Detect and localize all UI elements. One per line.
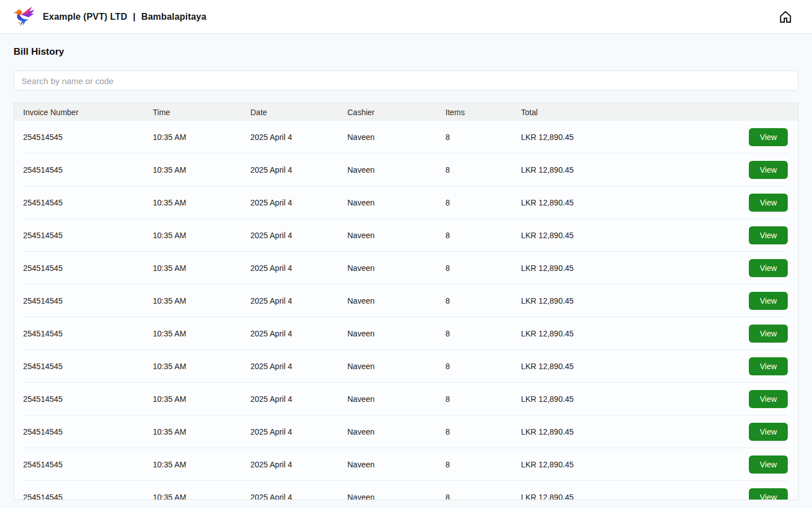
table-header-row: Invoice Number Time Date Cashier Items T… <box>14 103 798 121</box>
time-cell: 10:35 AM <box>153 493 250 500</box>
actions-cell: View <box>740 259 788 277</box>
table-row: 254514545 10:35 AM 2025 April 4 Naveen 8… <box>14 154 798 186</box>
actions-cell: View <box>740 357 788 375</box>
cashier-cell: Naveen <box>347 296 445 305</box>
phoenix-bird-logo-icon <box>14 5 35 29</box>
actions-cell: View <box>740 423 788 441</box>
cashier-cell: Naveen <box>347 231 445 240</box>
time-cell: 10:35 AM <box>153 362 250 371</box>
invoice-number-cell: 254514545 <box>23 362 153 371</box>
items-cell: 8 <box>445 296 521 305</box>
cashier-cell: Naveen <box>347 362 445 371</box>
cashier-cell: Naveen <box>347 329 445 338</box>
bill-history-table: Invoice Number Time Date Cashier Items T… <box>14 103 798 500</box>
cashier-cell: Naveen <box>347 133 445 142</box>
total-cell: LKR 12,890.45 <box>521 133 740 142</box>
table-row: 254514545 10:35 AM 2025 April 4 Naveen 8… <box>14 317 798 350</box>
view-button[interactable]: View <box>749 226 788 244</box>
time-cell: 10:35 AM <box>153 395 250 404</box>
view-button[interactable]: View <box>749 259 788 277</box>
items-cell: 8 <box>445 460 521 469</box>
column-header-total: Total <box>521 108 740 117</box>
invoice-number-cell: 254514545 <box>23 133 153 142</box>
table-row: 254514545 10:35 AM 2025 April 4 Naveen 8… <box>14 186 798 219</box>
actions-cell: View <box>740 456 788 474</box>
actions-cell: View <box>740 194 788 212</box>
date-cell: 2025 April 4 <box>250 198 347 207</box>
column-header-cashier: Cashier <box>347 108 445 117</box>
view-button[interactable]: View <box>749 423 788 441</box>
total-cell: LKR 12,890.45 <box>521 362 740 371</box>
items-cell: 8 <box>445 264 521 273</box>
total-cell: LKR 12,890.45 <box>521 165 740 174</box>
items-cell: 8 <box>445 133 521 142</box>
time-cell: 10:35 AM <box>153 198 250 207</box>
brand: Example (PVT) LTD | Bambalapitaya <box>14 5 206 29</box>
items-cell: 8 <box>445 329 521 338</box>
total-cell: LKR 12,890.45 <box>521 231 740 240</box>
invoice-number-cell: 254514545 <box>23 460 153 469</box>
table-row: 254514545 10:35 AM 2025 April 4 Naveen 8… <box>14 121 798 154</box>
date-cell: 2025 April 4 <box>250 362 347 371</box>
total-cell: LKR 12,890.45 <box>521 460 740 469</box>
time-cell: 10:35 AM <box>153 427 250 436</box>
actions-cell: View <box>740 292 788 310</box>
total-cell: LKR 12,890.45 <box>521 493 740 500</box>
cashier-cell: Naveen <box>347 395 445 404</box>
view-button[interactable]: View <box>749 194 788 212</box>
search-input[interactable] <box>14 71 798 91</box>
time-cell: 10:35 AM <box>153 264 250 273</box>
home-button[interactable] <box>777 8 794 25</box>
actions-cell: View <box>740 161 788 179</box>
invoice-number-cell: 254514545 <box>23 427 153 436</box>
total-cell: LKR 12,890.45 <box>521 329 740 338</box>
actions-cell: View <box>740 390 788 408</box>
items-cell: 8 <box>445 395 521 404</box>
date-cell: 2025 April 4 <box>250 296 347 305</box>
invoice-number-cell: 254514545 <box>23 231 153 240</box>
view-button[interactable]: View <box>749 161 788 179</box>
invoice-number-cell: 254514545 <box>23 395 153 404</box>
view-button[interactable]: View <box>749 390 788 408</box>
actions-cell: View <box>740 488 788 500</box>
view-button[interactable]: View <box>749 456 788 474</box>
date-cell: 2025 April 4 <box>250 231 347 240</box>
invoice-number-cell: 254514545 <box>23 264 153 273</box>
items-cell: 8 <box>445 493 521 500</box>
date-cell: 2025 April 4 <box>250 264 347 273</box>
table-row: 254514545 10:35 AM 2025 April 4 Naveen 8… <box>14 284 798 317</box>
items-cell: 8 <box>445 427 521 436</box>
view-button[interactable]: View <box>749 325 788 343</box>
view-button[interactable]: View <box>749 128 788 146</box>
cashier-cell: Naveen <box>347 427 445 436</box>
view-button[interactable]: View <box>749 488 788 500</box>
branch-name: Bambalapitaya <box>141 12 206 22</box>
cashier-cell: Naveen <box>347 165 445 174</box>
cashier-cell: Naveen <box>347 493 445 500</box>
date-cell: 2025 April 4 <box>250 427 347 436</box>
items-cell: 8 <box>445 165 521 174</box>
total-cell: LKR 12,890.45 <box>521 296 740 305</box>
items-cell: 8 <box>445 231 521 240</box>
total-cell: LKR 12,890.45 <box>521 264 740 273</box>
table-body: 254514545 10:35 AM 2025 April 4 Naveen 8… <box>14 121 798 500</box>
cashier-cell: Naveen <box>347 460 445 469</box>
company-name: Example (PVT) LTD <box>43 12 127 22</box>
time-cell: 10:35 AM <box>153 460 250 469</box>
table-row: 254514545 10:35 AM 2025 April 4 Naveen 8… <box>14 219 798 252</box>
actions-cell: View <box>740 226 788 244</box>
table-row: 254514545 10:35 AM 2025 April 4 Naveen 8… <box>14 415 798 448</box>
date-cell: 2025 April 4 <box>250 329 347 338</box>
total-cell: LKR 12,890.45 <box>521 427 740 436</box>
cashier-cell: Naveen <box>347 264 445 273</box>
column-header-date: Date <box>250 108 347 117</box>
time-cell: 10:35 AM <box>153 165 250 174</box>
date-cell: 2025 April 4 <box>250 133 347 142</box>
invoice-number-cell: 254514545 <box>23 493 153 500</box>
view-button[interactable]: View <box>749 357 788 375</box>
items-cell: 8 <box>445 362 521 371</box>
view-button[interactable]: View <box>749 292 788 310</box>
brand-separator: | <box>133 12 136 22</box>
total-cell: LKR 12,890.45 <box>521 395 740 404</box>
date-cell: 2025 April 4 <box>250 460 347 469</box>
